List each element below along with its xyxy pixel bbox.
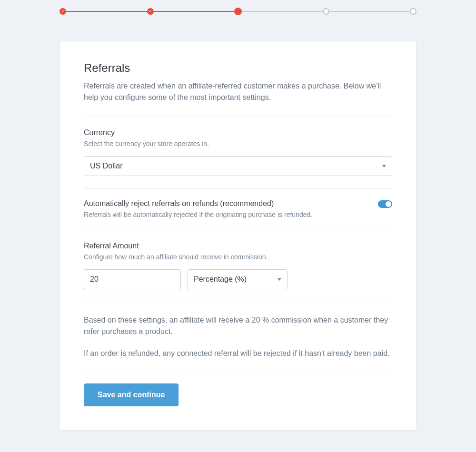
step-2-dot[interactable]: ✓ xyxy=(147,8,154,15)
settings-card: Referrals Referrals are created when an … xyxy=(60,41,416,431)
auto-reject-section: Automatically reject referrals on refund… xyxy=(84,189,392,229)
auto-reject-help: Referrals will be automatically rejected… xyxy=(84,211,368,218)
divider xyxy=(84,371,392,371)
amount-label: Referral Amount xyxy=(84,242,392,250)
step-line xyxy=(154,11,235,12)
step-line xyxy=(242,11,323,12)
chevron-down-icon xyxy=(382,165,386,167)
step-1-dot[interactable]: ✓ xyxy=(60,8,66,15)
currency-label: Currency xyxy=(84,128,392,137)
page-title: Referrals xyxy=(84,61,392,75)
currency-value: US Dollar xyxy=(90,162,122,170)
summary-line-1: Based on these settings, an affiliate wi… xyxy=(84,314,392,337)
auto-reject-toggle[interactable] xyxy=(378,200,392,208)
step-3-dot[interactable] xyxy=(234,8,242,15)
toggle-knob xyxy=(386,201,391,207)
summary-line-2: If an order is refunded, any connected r… xyxy=(84,348,392,359)
step-line xyxy=(66,11,147,12)
amount-type-value: Percentage (%) xyxy=(194,275,247,284)
auto-reject-label: Automatically reject referrals on refund… xyxy=(84,199,368,208)
step-5-dot[interactable] xyxy=(410,8,416,15)
check-icon: ✓ xyxy=(149,10,152,13)
check-icon: ✓ xyxy=(61,10,65,13)
amount-type-select[interactable]: Percentage (%) xyxy=(188,269,288,289)
summary-section: Based on these settings, an affiliate wi… xyxy=(84,302,392,371)
currency-section: Currency Select the currency your store … xyxy=(84,116,392,188)
amount-input[interactable] xyxy=(84,269,181,289)
step-4-dot[interactable] xyxy=(323,8,329,15)
chevron-down-icon xyxy=(278,278,281,281)
page-subtitle: Referrals are created when an affiliate-… xyxy=(84,80,392,103)
step-line xyxy=(329,11,410,12)
currency-select[interactable]: US Dollar xyxy=(84,156,392,176)
amount-help: Configure how much an affiliate should r… xyxy=(84,253,392,261)
amount-section: Referral Amount Configure how much an af… xyxy=(84,229,392,302)
save-continue-button[interactable]: Save and continue xyxy=(84,383,178,406)
progress-stepper: ✓ ✓ xyxy=(60,0,416,25)
currency-help: Select the currency your store operates … xyxy=(84,140,392,147)
